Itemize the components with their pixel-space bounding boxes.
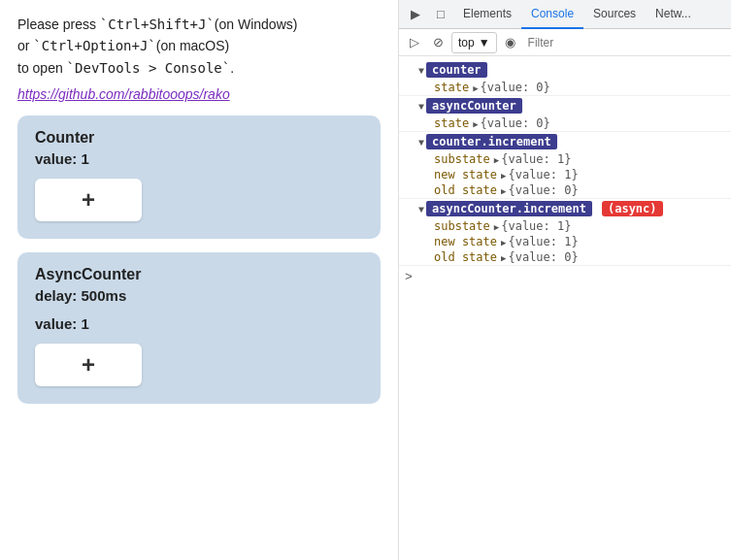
log-header-counter[interactable]: ▼ counter: [399, 60, 731, 80]
async-old-state-prop: old state: [434, 250, 497, 264]
triangle-icon: ▼: [418, 138, 424, 148]
counter-card-title: Counter: [35, 129, 363, 147]
log-group-counter-increment: ▼ counter.increment substate ▶ {value: 1…: [399, 132, 731, 199]
counter-card: Counter value: 1 +: [17, 115, 381, 239]
counter-increment-tag: counter.increment: [426, 134, 557, 149]
context-selector[interactable]: top ▼: [451, 32, 497, 53]
async-new-state-prop: new state: [434, 235, 497, 248]
async-counter-card-value: value: 1: [35, 315, 363, 332]
counter-state-value: {value: 0}: [481, 81, 550, 94]
async-increment-substate-row: substate ▶ {value: 1}: [399, 218, 731, 234]
github-link[interactable]: https://github.com/rabbitooops/rako: [17, 86, 381, 102]
counter-increment-oldstate-row: old state ▶ {value: 0}: [399, 182, 731, 198]
counter-increment-substate-row: substate ▶ {value: 1}: [399, 151, 731, 167]
async-counter-state-prop: state: [434, 116, 469, 130]
log-group-async-counter: ▼ asyncCounter state ▶ {value: 0}: [399, 96, 731, 132]
log-header-async-counter[interactable]: ▼ asyncCounter: [399, 96, 731, 115]
async-counter-state-row: state ▶ {value: 0}: [399, 115, 731, 131]
prop-expand-icon: ▶: [501, 238, 506, 248]
async-counter-state-value: {value: 0}: [481, 116, 550, 130]
old-state-prop: old state: [434, 183, 497, 197]
log-header-counter-increment[interactable]: ▼ counter.increment: [399, 132, 731, 151]
async-increment-newstate-row: new state ▶ {value: 1}: [399, 234, 731, 249]
context-value: top: [458, 36, 475, 49]
new-state-prop: new state: [434, 168, 497, 181]
substate-prop: substate: [434, 152, 490, 166]
async-badge: (async): [602, 201, 663, 216]
tab-elements[interactable]: Elements: [453, 0, 521, 29]
prop-expand-icon: ▶: [473, 83, 478, 94]
prop-expand-icon: ▶: [501, 253, 506, 264]
triangle-icon: ▼: [418, 205, 424, 215]
async-counter-card: AsyncCounter delay: 500ms value: 1 +: [17, 252, 381, 404]
async-increment-oldstate-row: old state ▶ {value: 0}: [399, 249, 731, 265]
async-substate-prop: substate: [434, 219, 490, 233]
triangle-icon: ▼: [418, 66, 424, 77]
console-filter-input[interactable]: [524, 36, 725, 49]
prop-expand-icon: ▶: [501, 171, 506, 181]
async-substate-value: {value: 1}: [501, 219, 571, 233]
log-header-async-counter-increment[interactable]: ▼ asyncCounter.increment (async): [399, 199, 731, 218]
eye-icon[interactable]: ◉: [501, 33, 520, 52]
async-old-state-value: {value: 0}: [508, 250, 578, 264]
async-counter-card-title: AsyncCounter: [35, 266, 363, 283]
async-new-state-value: {value: 1}: [508, 235, 578, 248]
async-counter-tag: asyncCounter: [426, 98, 522, 114]
old-state-value: {value: 0}: [508, 183, 578, 197]
console-toolbar: ▷ ⊘ top ▼ ◉: [399, 29, 731, 56]
counter-tag: counter: [426, 62, 487, 78]
prop-expand-icon: ▶: [473, 119, 478, 130]
counter-increment-newstate-row: new state ▶ {value: 1}: [399, 167, 731, 182]
tab-network[interactable]: Netw...: [646, 0, 701, 29]
prop-expand-icon: ▶: [494, 222, 499, 233]
tab-console[interactable]: Console: [521, 0, 583, 29]
substate-value: {value: 1}: [501, 152, 571, 166]
left-panel: Please press `Ctrl+Shift+J`(on Windows) …: [0, 0, 398, 560]
counter-card-value: value: 1: [35, 150, 363, 167]
async-counter-increment-tag: asyncCounter.increment: [426, 201, 592, 216]
new-state-value: {value: 1}: [508, 168, 578, 181]
prop-expand-icon: ▶: [494, 155, 499, 166]
tab-sources[interactable]: Sources: [583, 0, 646, 29]
log-group-async-counter-increment: ▼ asyncCounter.increment (async) substat…: [399, 199, 731, 266]
cursor-icon[interactable]: ▶: [403, 2, 428, 27]
devtools-panel: ▶ □ Elements Console Sources Netw... ▷ ⊘…: [398, 0, 731, 560]
inspect-icon[interactable]: □: [428, 2, 453, 27]
context-dropdown-icon: ▼: [479, 36, 490, 49]
counter-state-prop: state: [434, 81, 469, 94]
async-counter-delay-label: delay: 500ms: [35, 287, 363, 304]
prop-expand-icon: ▶: [501, 186, 506, 197]
counter-state-row: state ▶ {value: 0}: [399, 80, 731, 95]
clear-console-icon[interactable]: ▷: [405, 33, 424, 52]
log-group-counter: ▼ counter state ▶ {value: 0}: [399, 60, 731, 96]
triangle-icon: ▼: [418, 102, 424, 113]
console-output: ▼ counter state ▶ {value: 0} ▼ asyncCoun…: [399, 56, 731, 560]
async-counter-increment-button[interactable]: +: [35, 344, 142, 386]
instruction-text: Please press `Ctrl+Shift+J`(on Windows) …: [17, 14, 381, 79]
block-icon[interactable]: ⊘: [428, 33, 448, 52]
devtools-tab-bar: ▶ □ Elements Console Sources Netw...: [399, 0, 731, 29]
console-prompt[interactable]: >: [399, 266, 731, 288]
counter-increment-button[interactable]: +: [35, 179, 142, 221]
